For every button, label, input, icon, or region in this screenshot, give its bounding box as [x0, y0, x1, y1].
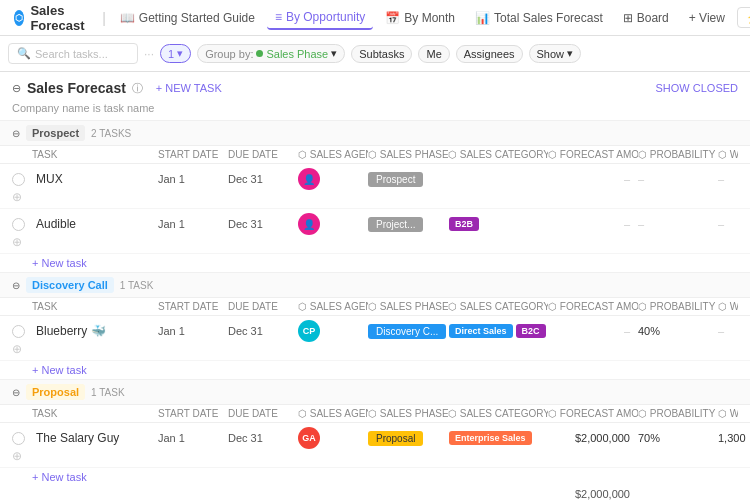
toolbar: 🔍 Search tasks... ··· 1 ▾ Group by: Sale… — [0, 36, 750, 72]
phase-badge: Project... — [368, 217, 423, 232]
automate-button[interactable]: ⚡ Automate ▾ — [737, 7, 750, 28]
col-headers-prospect: TASK START DATE DUE DATE ⬡ SALES AGENT ⬡… — [0, 146, 750, 164]
main-content: ⊖ Sales Forecast ⓘ + NEW TASK SHOW CLOSE… — [0, 72, 750, 500]
task-category: B2B — [448, 216, 548, 232]
add-task-button[interactable]: + NEW TASK — [149, 80, 229, 96]
search-box[interactable]: 🔍 Search tasks... — [8, 43, 138, 64]
tab-by-month[interactable]: 📅 By Month — [377, 7, 463, 29]
col-start: START DATE — [158, 149, 228, 160]
section-label-proposal: Proposal — [26, 384, 85, 400]
category-badge: Enterprise Sales — [449, 431, 532, 445]
section-discovery: ⊖ Discovery Call 1 TASK TASK START DATE … — [0, 273, 750, 380]
task-weighted: – — [718, 218, 738, 230]
add-task-prospect[interactable]: + New task — [0, 254, 750, 272]
col-prob: ⬡ PROBABILITY — [638, 149, 718, 160]
col-forecast: ⬡ FORECAST AMOUNT — [548, 149, 638, 160]
automate-icon: ⚡ — [746, 11, 750, 24]
task-prob: – — [638, 173, 718, 185]
assignees-chip[interactable]: Assignees — [456, 45, 523, 63]
task-checkbox[interactable] — [12, 218, 25, 231]
task-more[interactable]: ⊕ — [12, 235, 32, 249]
chart-icon: 📊 — [475, 11, 490, 25]
tab-by-opportunity[interactable]: ≡ By Opportunity — [267, 6, 373, 30]
col-agent: ⬡ SALES AGENT — [298, 149, 368, 160]
section-count-prospect: 2 TASKS — [91, 128, 131, 139]
task-more[interactable]: ⊕ — [12, 449, 32, 463]
search-icon: 🔍 — [17, 47, 31, 60]
task-more[interactable]: ⊕ — [12, 342, 32, 356]
section-header-proposal: ⊖ Proposal 1 TASK — [0, 380, 750, 405]
logo-icon: ⬡ — [14, 10, 24, 26]
filter-chip[interactable]: 1 ▾ — [160, 44, 191, 63]
tab-getting-started[interactable]: 📖 Getting Started Guide — [112, 7, 263, 29]
toggle-discovery[interactable]: ⊖ — [12, 280, 20, 291]
task-weighted: 1,300 — [718, 432, 738, 444]
toggle-proposal[interactable]: ⊖ — [12, 387, 20, 398]
me-chip[interactable]: Me — [418, 45, 449, 63]
task-checkbox[interactable] — [12, 173, 25, 186]
chevron-icon: ▾ — [331, 47, 337, 60]
group-by-chip[interactable]: Group by: Sales Phase ▾ — [197, 44, 345, 63]
category-badge: Direct Sales — [449, 324, 513, 338]
group-dot — [256, 50, 263, 57]
section-header-discovery: ⊖ Discovery Call 1 TASK — [0, 273, 750, 298]
task-phase: Project... — [368, 217, 448, 231]
task-name[interactable]: The Salary Guy — [32, 431, 158, 445]
section-header-prospect: ⊖ Prospect 2 TASKS — [0, 121, 750, 146]
task-category: Direct Sales B2C — [448, 323, 548, 339]
task-weighted: – — [718, 173, 738, 185]
col-phase: ⬡ SALES PHASE — [368, 149, 448, 160]
task-start: Jan 1 — [158, 432, 228, 444]
task-due: Dec 31 — [228, 218, 298, 230]
show-chip[interactable]: Show ▾ — [529, 44, 582, 63]
section-collapse-icon[interactable]: ⊖ — [12, 82, 21, 95]
section-proposal: ⊖ Proposal 1 TASK TASK START DATE DUE DA… — [0, 380, 750, 500]
task-more[interactable]: ⊕ — [12, 190, 32, 204]
col-task: TASK — [32, 149, 158, 160]
task-agent: 👤 — [298, 168, 368, 190]
add-task-proposal[interactable]: + New task — [0, 468, 750, 486]
page-header: ⊖ Sales Forecast ⓘ + NEW TASK SHOW CLOSE… — [0, 72, 750, 100]
section-label-discovery: Discovery Call — [26, 277, 114, 293]
col-headers-proposal: TASK START DATE DUE DATE ⬡ SALES AGENT ⬡… — [0, 405, 750, 423]
list-icon: ≡ — [275, 10, 282, 24]
avatar: 👤 — [298, 168, 320, 190]
avatar: CP — [298, 320, 320, 342]
nav-title: Sales Forecast — [30, 3, 90, 33]
page-title: Sales Forecast — [27, 80, 126, 96]
task-agent: CP — [298, 320, 368, 342]
info-icon[interactable]: ⓘ — [132, 81, 143, 96]
subtotal-proposal: $2,000,000 — [0, 486, 750, 500]
nav-separator: | — [102, 10, 106, 26]
task-prob: 70% — [638, 432, 718, 444]
task-start: Jan 1 — [158, 218, 228, 230]
phase-badge: Discovery C... — [368, 324, 446, 339]
phase-badge: Prospect — [368, 172, 423, 187]
task-agent: GA — [298, 427, 368, 449]
add-task-discovery[interactable]: + New task — [0, 361, 750, 379]
task-start: Jan 1 — [158, 325, 228, 337]
toolbar-separator: ··· — [144, 47, 154, 61]
task-name[interactable]: Audible — [32, 217, 158, 231]
company-hint: Company name is task name — [0, 100, 750, 121]
task-name[interactable]: Blueberry 🐳 — [32, 324, 158, 338]
calendar-icon: 📅 — [385, 11, 400, 25]
toggle-prospect[interactable]: ⊖ — [12, 128, 20, 139]
task-checkbox[interactable] — [12, 325, 25, 338]
task-name[interactable]: MUX — [32, 172, 158, 186]
task-weighted: – — [718, 325, 738, 337]
subtasks-chip[interactable]: Subtasks — [351, 45, 412, 63]
tab-add-view[interactable]: + View — [681, 7, 733, 29]
section-label-prospect: Prospect — [26, 125, 85, 141]
tab-total-sales[interactable]: 📊 Total Sales Forecast — [467, 7, 611, 29]
task-row: Blueberry 🐳 Jan 1 Dec 31 CP Discovery C.… — [0, 316, 750, 361]
task-amount: – — [548, 218, 638, 230]
section-count-discovery: 1 TASK — [120, 280, 154, 291]
task-prob: – — [638, 218, 718, 230]
task-due: Dec 31 — [228, 432, 298, 444]
tab-board[interactable]: ⊞ Board — [615, 7, 677, 29]
show-closed-button[interactable]: SHOW CLOSED — [655, 82, 738, 94]
task-checkbox[interactable] — [12, 432, 25, 445]
task-start: Jan 1 — [158, 173, 228, 185]
task-row: Audible Jan 1 Dec 31 👤 Project... B2B – … — [0, 209, 750, 254]
